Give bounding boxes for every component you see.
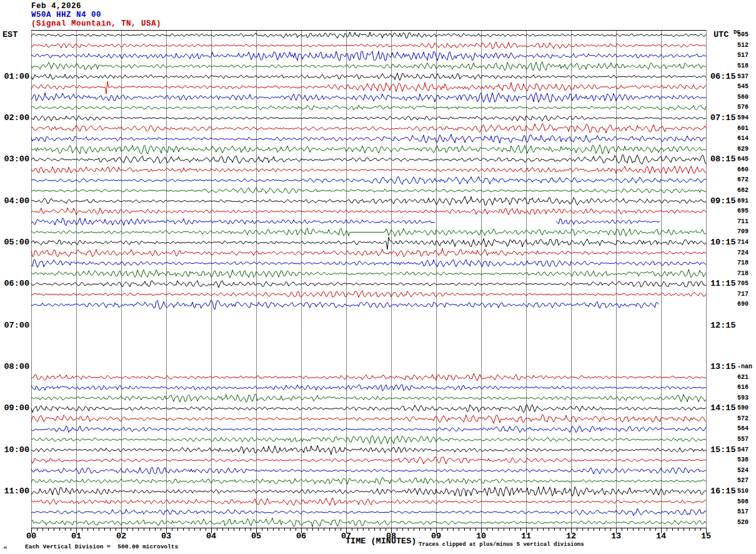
trace-row xyxy=(31,477,706,485)
dc-offset-value: 594 xyxy=(737,114,756,121)
x-axis-tick: 06 xyxy=(292,531,311,541)
dc-offset-value: 564 xyxy=(737,425,756,432)
trace-row xyxy=(31,467,706,474)
dc-offset-value: 718 xyxy=(737,270,756,277)
est-hour-label: 10:00 xyxy=(0,445,29,455)
dc-offset-value: 695 xyxy=(737,208,756,214)
dc-offset-value: 524 xyxy=(737,467,756,474)
trace-row xyxy=(31,498,706,505)
trace-row xyxy=(31,373,706,381)
trace-row xyxy=(31,208,706,214)
x-axis-tick: 01 xyxy=(67,531,86,541)
trace-row xyxy=(31,259,706,268)
trace-row xyxy=(31,32,706,38)
dc-offset-value: 517 xyxy=(737,52,756,59)
dc-offset-value: 711 xyxy=(737,218,756,225)
left-axis-header-est: EST xyxy=(2,30,17,39)
dc-offset-value: 527 xyxy=(737,477,756,484)
x-axis-tick: 00 xyxy=(22,531,41,541)
trace-row xyxy=(31,269,706,278)
dc-offset-value: 690 xyxy=(737,301,756,308)
trace-row xyxy=(31,394,706,402)
trace-row xyxy=(31,508,706,516)
trace-row xyxy=(31,105,706,110)
trace-row xyxy=(31,81,706,94)
watermark-glyph: ʍ xyxy=(4,545,7,550)
dc-offset-value: 709 xyxy=(737,228,756,235)
trace-row xyxy=(31,281,706,288)
dc-offset-value: 508 xyxy=(737,498,756,505)
trace-row xyxy=(31,487,706,496)
trace-row xyxy=(31,435,706,444)
dc-offset-value: 629 xyxy=(737,146,756,153)
x-axis-tick: 15 xyxy=(697,531,715,541)
dc-offset-value: 557 xyxy=(737,436,756,443)
trace-row xyxy=(31,426,706,433)
trace-row xyxy=(31,42,706,49)
dc-offset-value: 560 xyxy=(737,94,756,101)
dc-offset-value: 705 xyxy=(737,280,756,287)
est-hour-label: 11:00 xyxy=(0,486,29,496)
trace-row xyxy=(31,405,706,412)
trace-row xyxy=(31,196,706,205)
est-hour-label: 06:00 xyxy=(0,279,29,288)
trace-row xyxy=(31,73,706,81)
trace-row xyxy=(31,51,706,61)
dc-offset-value: 682 xyxy=(737,187,756,194)
trace-row xyxy=(31,124,706,133)
dc-offset-value: 572 xyxy=(737,415,756,422)
est-hour-label: 08:00 xyxy=(0,362,29,371)
dc-offset-value: 537 xyxy=(737,73,756,80)
x-axis-tick: 09 xyxy=(427,531,445,541)
dc-offset-value: 724 xyxy=(737,249,756,256)
right-axis-header-utc: UTC xyxy=(714,30,729,39)
x-axis-title: TIME (MINUTES) xyxy=(346,536,416,546)
dc-offset-value: 547 xyxy=(737,446,756,453)
est-hour-label: 04:00 xyxy=(0,196,29,206)
x-axis-tick: 10 xyxy=(472,531,490,541)
x-axis-tick: 12 xyxy=(562,531,580,541)
dc-offset-value: 545 xyxy=(737,83,756,90)
x-axis-tick: 11 xyxy=(517,531,535,541)
trace-row xyxy=(31,518,706,527)
trace-row xyxy=(31,188,706,194)
x-axis-tick: 14 xyxy=(652,531,670,541)
dc-offset-value: 593 xyxy=(737,395,756,401)
dc-offset-value: 621 xyxy=(737,374,756,381)
dc-offset-value: 717 xyxy=(737,291,756,298)
trace-row xyxy=(31,415,706,423)
dc-offset-value: 510 xyxy=(737,488,756,495)
dc-offset-value: 520 xyxy=(737,519,756,526)
utc-hour-label: 12:15 xyxy=(710,321,742,330)
trace-row xyxy=(31,166,706,173)
dc-offset-value: 718 xyxy=(737,259,756,266)
trace-row xyxy=(31,218,660,226)
dc-offset-value: 714 xyxy=(737,239,756,246)
est-hour-label: 03:00 xyxy=(0,154,29,164)
trace-row xyxy=(31,385,706,391)
trace-row xyxy=(31,300,659,310)
dc-offset-value: 512 xyxy=(737,42,756,49)
trace-row xyxy=(31,145,706,154)
dc-offset-value: 645 xyxy=(737,156,756,163)
dc-offset-value: 590 xyxy=(737,405,756,411)
trace-row xyxy=(31,134,706,144)
x-axis-tick: 04 xyxy=(202,531,221,541)
x-axis-tick: 05 xyxy=(247,531,266,541)
est-hour-label: 07:00 xyxy=(0,321,29,330)
dc-offset-value: 672 xyxy=(737,176,756,183)
dc-offset-value: 518 xyxy=(737,63,756,69)
est-hour-label: 09:00 xyxy=(0,403,29,413)
trace-row xyxy=(31,62,706,71)
trace-row xyxy=(31,248,706,257)
trace-row xyxy=(31,228,706,236)
trace-row xyxy=(31,457,706,464)
est-hour-label: 05:00 xyxy=(0,238,29,247)
x-axis-tick: 03 xyxy=(157,531,176,541)
seismogram-plot xyxy=(0,0,756,554)
est-hour-label: 02:00 xyxy=(0,113,29,123)
dc-offset-value: 517 xyxy=(737,508,756,515)
dc-offset-value: 614 xyxy=(737,135,756,142)
x-axis-tick: 13 xyxy=(607,531,625,541)
dc-offset-value: 538 xyxy=(737,456,756,463)
